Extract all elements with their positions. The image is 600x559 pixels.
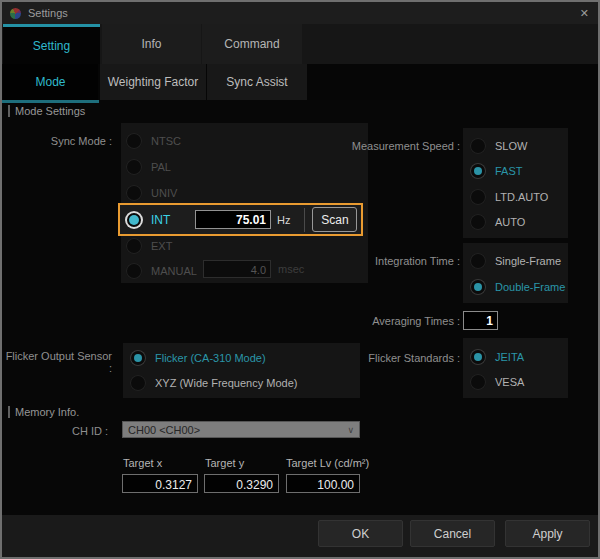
measurement-speed-group: SLOW FAST LTD.AUTO AUTO xyxy=(463,128,568,238)
divider xyxy=(304,208,305,232)
radio-icon[interactable] xyxy=(126,159,142,175)
target-x-input[interactable]: 0.3127 xyxy=(122,474,198,493)
tab-setting[interactable]: Setting xyxy=(3,24,100,64)
averaging-times-input[interactable]: 1 xyxy=(463,311,498,330)
radio-ext[interactable]: EXT xyxy=(126,237,172,255)
radio-ntsc[interactable]: NTSC xyxy=(126,132,181,150)
mode-tab-underline xyxy=(2,100,99,103)
averaging-times-label: Averaging Times : xyxy=(360,315,460,327)
app-color-wheel-icon xyxy=(10,8,21,19)
close-icon[interactable]: ✕ xyxy=(580,6,589,20)
radio-icon[interactable] xyxy=(470,279,486,295)
int-sync-highlight-row: INT 75.01 Hz Scan xyxy=(118,203,363,236)
radio-icon[interactable] xyxy=(470,138,486,154)
ch-id-dropdown[interactable]: CH00 <CH00> ∨ xyxy=(122,421,360,438)
radio-ltd-auto[interactable]: LTD.AUTO xyxy=(470,188,548,206)
flicker-output-sensor-group: Flicker (CA-310 Mode) XYZ (Wide Frequenc… xyxy=(123,343,360,398)
radio-icon[interactable] xyxy=(126,238,142,254)
radio-icon[interactable] xyxy=(470,214,486,230)
apply-button[interactable]: Apply xyxy=(505,520,590,547)
ok-button[interactable]: OK xyxy=(318,520,403,547)
integration-time-label: Integration Time : xyxy=(360,255,460,267)
radio-jeita[interactable]: JEITA xyxy=(470,348,524,366)
tab-mode[interactable]: Mode xyxy=(3,64,98,100)
radio-single-frame[interactable]: Single-Frame xyxy=(470,252,561,270)
radio-int[interactable] xyxy=(125,211,143,229)
tab-sync-assist[interactable]: Sync Assist xyxy=(207,64,307,100)
radio-icon[interactable] xyxy=(470,349,486,365)
radio-xyz-wide[interactable]: XYZ (Wide Frequency Mode) xyxy=(130,374,297,392)
radio-double-frame[interactable]: Double-Frame xyxy=(470,278,565,296)
hz-unit-label: Hz xyxy=(277,214,290,226)
cancel-button[interactable]: Cancel xyxy=(410,520,495,547)
target-lv-label: Target Lv (cd/m²) xyxy=(286,457,369,469)
flicker-output-sensor-label: Flicker Output Sensor : xyxy=(0,350,112,374)
radio-icon[interactable] xyxy=(470,163,486,179)
title-bar[interactable]: Settings ✕ xyxy=(2,2,598,24)
radio-vesa[interactable]: VESA xyxy=(470,373,524,391)
tab-weighting-factor[interactable]: Weighting Factor xyxy=(100,64,206,100)
flicker-standards-group: JEITA VESA xyxy=(463,338,568,398)
tab-command[interactable]: Command xyxy=(202,24,302,64)
settings-dialog: Settings ✕ Setting Info Command Mode Wei… xyxy=(0,0,600,559)
radio-icon[interactable] xyxy=(470,253,486,269)
sub-tab-strip: Mode Weighting Factor Sync Assist xyxy=(2,64,598,100)
radio-slow[interactable]: SLOW xyxy=(470,137,527,155)
radio-fast[interactable]: FAST xyxy=(470,162,523,180)
target-y-label: Target y xyxy=(205,457,244,469)
flicker-standards-label: Flicker Standards : xyxy=(360,352,460,364)
chevron-down-icon: ∨ xyxy=(347,425,354,435)
radio-icon[interactable] xyxy=(126,263,142,279)
heading-bar xyxy=(8,105,10,117)
ch-id-value: CH00 <CH00> xyxy=(128,424,347,436)
radio-icon[interactable] xyxy=(470,189,486,205)
radio-pal[interactable]: PAL xyxy=(126,158,171,176)
window-title: Settings xyxy=(28,7,68,19)
target-x-label: Target x xyxy=(123,457,162,469)
radio-icon[interactable] xyxy=(130,350,146,366)
radio-icon[interactable] xyxy=(470,374,486,390)
radio-auto[interactable]: AUTO xyxy=(470,213,525,231)
radio-univ[interactable]: UNIV xyxy=(126,184,177,202)
radio-manual[interactable]: MANUAL xyxy=(126,262,197,280)
memory-info-heading: Memory Info. xyxy=(8,406,79,418)
radio-icon[interactable] xyxy=(126,185,142,201)
radio-flicker-ca310[interactable]: Flicker (CA-310 Mode) xyxy=(130,349,266,367)
radio-icon[interactable] xyxy=(126,133,142,149)
mode-settings-heading: Mode Settings xyxy=(8,105,85,117)
radio-icon[interactable] xyxy=(130,375,146,391)
int-label: INT xyxy=(151,213,175,227)
target-y-input[interactable]: 0.3290 xyxy=(204,474,279,493)
integration-time-group: Single-Frame Double-Frame xyxy=(463,243,568,303)
int-frequency-input[interactable]: 75.01 xyxy=(195,210,271,229)
sync-mode-label: Sync Mode : xyxy=(20,135,112,147)
manual-frequency-input[interactable]: 4.0 xyxy=(203,260,271,278)
tab-info[interactable]: Info xyxy=(102,24,201,64)
footer-bar: OK Cancel Apply xyxy=(2,515,598,557)
target-lv-input[interactable]: 100.00 xyxy=(286,474,360,493)
main-tab-strip: Setting Info Command xyxy=(2,24,598,64)
scan-button[interactable]: Scan xyxy=(312,207,357,232)
manual-unit-label: msec xyxy=(278,263,304,275)
measurement-speed-label: Measurement Speed : xyxy=(350,140,460,152)
ch-id-label: CH ID : xyxy=(40,425,108,437)
heading-bar xyxy=(8,406,10,418)
